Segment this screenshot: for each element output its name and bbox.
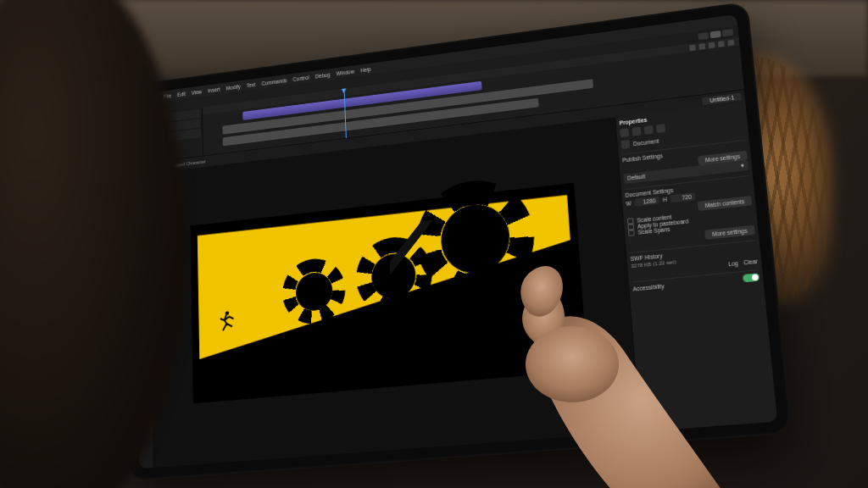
canvas[interactable] bbox=[190, 183, 588, 403]
menu-insert[interactable]: Insert bbox=[208, 86, 220, 93]
menu-modify[interactable]: Modify bbox=[226, 83, 241, 91]
next-frame-icon[interactable] bbox=[709, 42, 715, 49]
preset-value: Default bbox=[627, 173, 646, 181]
tool-tab-icon[interactable] bbox=[620, 128, 629, 137]
menu-help[interactable]: Help bbox=[360, 66, 371, 73]
artwork-running-figure bbox=[217, 309, 235, 332]
onion-skin-icon[interactable] bbox=[727, 40, 734, 47]
height-input[interactable]: 720 bbox=[670, 192, 695, 202]
frame-tab-icon[interactable] bbox=[644, 125, 654, 135]
app-window: Animate File Edit View Insert Modify Tex… bbox=[136, 14, 777, 469]
accessibility-toggle[interactable] bbox=[743, 273, 760, 282]
artwork-spikeball bbox=[295, 271, 333, 313]
menu-debug[interactable]: Debug bbox=[315, 71, 331, 79]
chevron-down-icon: ▾ bbox=[741, 162, 745, 169]
menu-window[interactable]: Window bbox=[337, 69, 355, 76]
prev-frame-icon[interactable] bbox=[689, 45, 696, 52]
log-button[interactable]: Log bbox=[728, 260, 738, 267]
menu-text[interactable]: Text bbox=[247, 81, 256, 88]
menu-edit[interactable]: Edit bbox=[177, 91, 186, 97]
tablet-device: Animate File Edit View Insert Modify Tex… bbox=[102, 34, 763, 458]
properties-panel: Properties Document Publish Settings bbox=[615, 102, 777, 432]
user-shoulder bbox=[0, 0, 186, 488]
artwork-spikeball bbox=[371, 252, 417, 301]
play-icon[interactable] bbox=[698, 43, 705, 50]
object-tab-icon[interactable] bbox=[632, 127, 641, 136]
artwork-spikeball bbox=[439, 202, 511, 277]
menu-control[interactable]: Control bbox=[293, 75, 309, 82]
clear-button[interactable]: Clear bbox=[743, 258, 758, 266]
scale-spans-checkbox[interactable] bbox=[628, 230, 635, 236]
width-input[interactable]: 1280 bbox=[634, 197, 659, 207]
document-icon bbox=[620, 140, 630, 149]
accessibility-label: Accessibility bbox=[632, 283, 665, 292]
menu-view[interactable]: View bbox=[192, 88, 202, 95]
stage-area[interactable] bbox=[150, 118, 640, 468]
menu-commands[interactable]: Commands bbox=[261, 77, 287, 86]
loop-icon[interactable] bbox=[718, 41, 725, 47]
document-label: Document bbox=[633, 137, 659, 146]
doc-tab-icon[interactable] bbox=[656, 124, 665, 133]
